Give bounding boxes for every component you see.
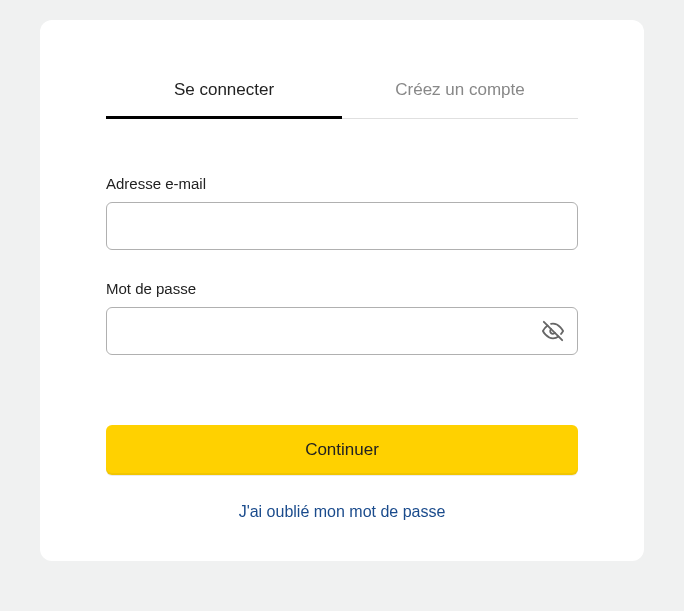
password-input-wrapper [106, 307, 578, 355]
tab-login-label: Se connecter [174, 80, 274, 99]
email-input[interactable] [106, 202, 578, 250]
password-input[interactable] [106, 307, 578, 355]
forgot-password-link[interactable]: J'ai oublié mon mot de passe [106, 503, 578, 521]
continue-button-label: Continuer [305, 440, 379, 459]
continue-button[interactable]: Continuer [106, 425, 578, 475]
tab-login[interactable]: Se connecter [106, 80, 342, 118]
password-label: Mot de passe [106, 280, 578, 297]
toggle-password-visibility-icon[interactable] [542, 320, 564, 342]
forgot-password-label: J'ai oublié mon mot de passe [239, 503, 446, 520]
email-field-group: Adresse e-mail [106, 175, 578, 250]
login-card: Se connecter Créez un compte Adresse e-m… [40, 20, 644, 561]
tab-register-label: Créez un compte [395, 80, 524, 99]
email-input-wrapper [106, 202, 578, 250]
email-label: Adresse e-mail [106, 175, 578, 192]
auth-tabs: Se connecter Créez un compte [106, 80, 578, 119]
password-field-group: Mot de passe [106, 280, 578, 355]
tab-register[interactable]: Créez un compte [342, 80, 578, 118]
